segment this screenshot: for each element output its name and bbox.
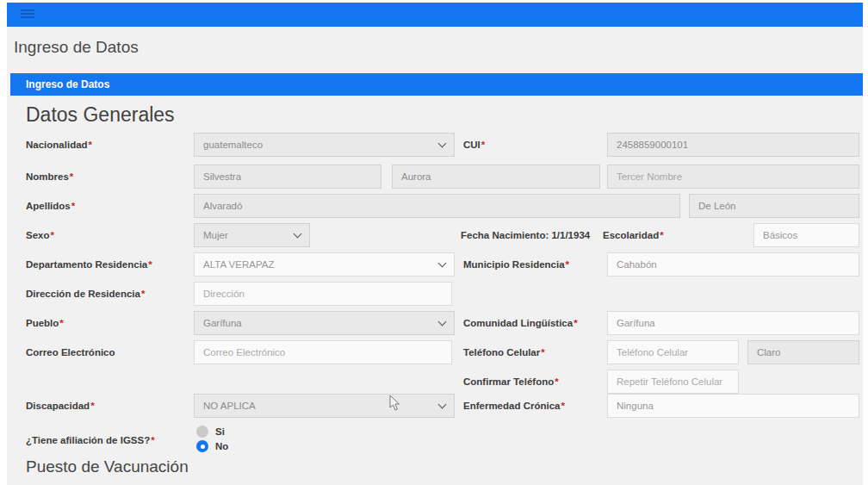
chevron-down-icon — [438, 140, 447, 148]
page-title: Ingreso de Datos — [14, 38, 139, 57]
igss-radio-no[interactable] — [196, 440, 208, 452]
telefono-celular-label: Teléfono Celular* — [463, 347, 545, 358]
pueblo-label: Pueblo* — [26, 318, 64, 328]
direccion-residencia-label: Dirección de Residencia* — [26, 289, 145, 299]
igss-radio-si-label: Si — [215, 426, 225, 437]
cui-input[interactable] — [607, 133, 859, 157]
enfermedad-cronica-label: Enfermedad Crónica* — [463, 401, 565, 411]
panel-header-label: Ingreso de Datos — [26, 78, 109, 90]
primer-apellido-input[interactable] — [194, 194, 680, 218]
fecha-nacimiento-label: Fecha Nacimiento: 1/1/1934 — [461, 230, 590, 240]
municipio-residencia-label: Municipio Residencia* — [463, 259, 569, 270]
escolaridad-input[interactable] — [753, 223, 859, 247]
igss-radio-no-label: No — [215, 441, 228, 451]
hamburger-menu-icon[interactable] — [21, 9, 34, 20]
cui-label: CUI* — [463, 140, 485, 150]
telefono-celular-input[interactable] — [607, 340, 739, 364]
section-title-puesto-vacunacion: Puesto de Vacunación — [26, 457, 189, 476]
discapacidad-label: Discapacidad* — [26, 401, 95, 411]
mouse-cursor-icon — [389, 395, 401, 412]
top-navbar — [7, 3, 863, 27]
confirmar-telefono-label: Confirmar Teléfono* — [463, 376, 559, 387]
chevron-down-icon — [438, 259, 447, 268]
sexo-select[interactable]: Mujer — [194, 223, 310, 247]
nombres-label: Nombres* — [26, 171, 73, 182]
comunidad-linguistica-input[interactable] — [607, 311, 859, 335]
pueblo-select[interactable]: Garífuna — [194, 311, 455, 335]
igss-option-no: No — [196, 440, 228, 452]
primer-nombre-input[interactable] — [194, 165, 381, 189]
escolaridad-label: Escolaridad* — [603, 230, 664, 240]
correo-electronico-label: Correo Electrónico — [26, 347, 116, 358]
enfermedad-cronica-input[interactable] — [607, 394, 859, 418]
igss-radio-si[interactable] — [196, 426, 208, 438]
igss-label: ¿Tiene afiliación de IGSS?* — [26, 435, 155, 445]
municipio-residencia-input[interactable] — [607, 252, 859, 277]
app-screen: Ingreso de Datos Ingreso de Datos Datos … — [0, 0, 868, 485]
segundo-nombre-input[interactable] — [392, 165, 600, 189]
departamento-residencia-label: Departamento Residencia* — [26, 259, 152, 270]
panel-header-bar: Ingreso de Datos — [10, 73, 863, 96]
chevron-down-icon — [438, 318, 447, 326]
tercer-nombre-input[interactable] — [607, 165, 859, 189]
igss-option-si: Si — [196, 426, 225, 438]
section-title-datos-generales: Datos Generales — [26, 103, 175, 127]
chevron-down-icon — [438, 401, 447, 409]
apellidos-label: Apellidos* — [26, 201, 75, 211]
chevron-down-icon — [294, 230, 302, 239]
confirmar-telefono-input[interactable] — [607, 370, 739, 394]
telefono-carrier-select[interactable]: Claro — [747, 340, 859, 364]
nacionalidad-select[interactable]: guatemalteco — [194, 133, 455, 157]
sexo-label: Sexo* — [26, 230, 54, 240]
discapacidad-select[interactable]: NO APLICA — [194, 394, 455, 418]
direccion-residencia-input[interactable] — [194, 282, 452, 306]
departamento-residencia-select[interactable]: ALTA VERAPAZ — [194, 252, 455, 277]
segundo-apellido-input[interactable] — [689, 194, 859, 218]
correo-electronico-input[interactable] — [194, 340, 452, 364]
nacionalidad-label: Nacionalidad* — [26, 140, 92, 150]
comunidad-linguistica-label: Comunidad Lingüística* — [463, 318, 578, 328]
